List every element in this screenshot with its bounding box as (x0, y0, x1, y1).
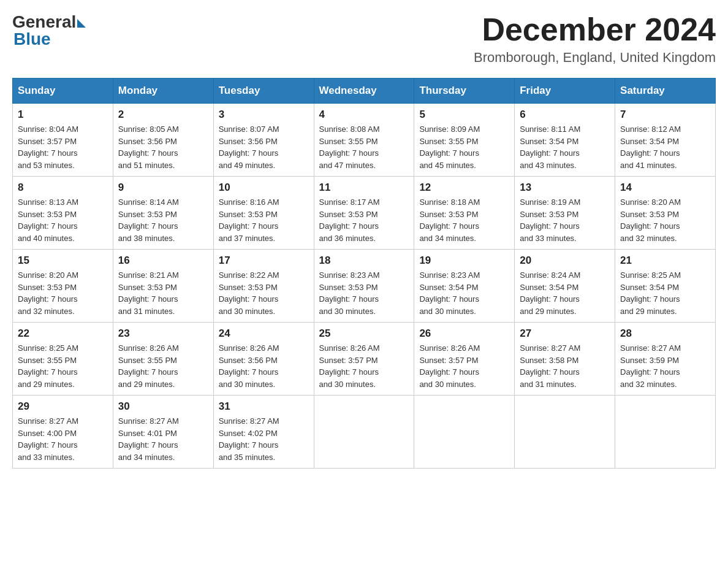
day-number: 11 (319, 182, 409, 194)
day-number: 18 (319, 255, 409, 267)
day-cell: 27Sunrise: 8:27 AMSunset: 3:58 PMDayligh… (515, 323, 615, 396)
day-number: 20 (520, 255, 610, 267)
day-info: Sunrise: 8:26 AMSunset: 3:56 PMDaylight:… (219, 342, 309, 390)
day-info: Sunrise: 8:20 AMSunset: 3:53 PMDaylight:… (620, 196, 710, 244)
day-info: Sunrise: 8:17 AMSunset: 3:53 PMDaylight:… (319, 196, 409, 244)
day-cell: 6Sunrise: 8:11 AMSunset: 3:54 PMDaylight… (515, 104, 615, 177)
day-number: 19 (419, 255, 509, 267)
day-info: Sunrise: 8:19 AMSunset: 3:53 PMDaylight:… (520, 196, 610, 244)
logo: General Blue (12, 12, 86, 49)
calendar-table: SundayMondayTuesdayWednesdayThursdayFrid… (12, 78, 716, 469)
day-info: Sunrise: 8:16 AMSunset: 3:53 PMDaylight:… (219, 196, 309, 244)
day-number: 10 (219, 182, 309, 194)
day-cell: 11Sunrise: 8:17 AMSunset: 3:53 PMDayligh… (314, 177, 414, 250)
day-cell: 22Sunrise: 8:25 AMSunset: 3:55 PMDayligh… (13, 323, 113, 396)
header-cell-wednesday: Wednesday (314, 79, 414, 104)
day-info: Sunrise: 8:23 AMSunset: 3:54 PMDaylight:… (419, 269, 509, 317)
day-number: 26 (419, 327, 509, 340)
day-cell: 29Sunrise: 8:27 AMSunset: 4:00 PMDayligh… (13, 396, 113, 469)
day-number: 15 (18, 255, 108, 267)
day-cell: 5Sunrise: 8:09 AMSunset: 3:55 PMDaylight… (414, 104, 515, 177)
header-row: SundayMondayTuesdayWednesdayThursdayFrid… (13, 79, 716, 104)
day-cell: 28Sunrise: 8:27 AMSunset: 3:59 PMDayligh… (615, 323, 716, 396)
day-cell (515, 396, 615, 469)
calendar-body: 1Sunrise: 8:04 AMSunset: 3:57 PMDaylight… (13, 104, 716, 469)
day-number: 24 (219, 327, 309, 340)
day-info: Sunrise: 8:12 AMSunset: 3:54 PMDaylight:… (620, 123, 710, 171)
day-info: Sunrise: 8:08 AMSunset: 3:55 PMDaylight:… (319, 123, 409, 171)
day-cell: 10Sunrise: 8:16 AMSunset: 3:53 PMDayligh… (213, 177, 314, 250)
day-cell: 16Sunrise: 8:21 AMSunset: 3:53 PMDayligh… (113, 250, 213, 323)
page-header: General Blue December 2024 Bromborough, … (12, 12, 716, 66)
day-number: 28 (620, 327, 710, 340)
logo-blue: Blue (12, 29, 51, 49)
header-cell-tuesday: Tuesday (213, 79, 314, 104)
calendar-header: SundayMondayTuesdayWednesdayThursdayFrid… (13, 79, 716, 104)
day-cell: 4Sunrise: 8:08 AMSunset: 3:55 PMDaylight… (314, 104, 414, 177)
day-number: 17 (219, 255, 309, 267)
day-cell: 19Sunrise: 8:23 AMSunset: 3:54 PMDayligh… (414, 250, 515, 323)
day-number: 8 (18, 182, 108, 194)
day-number: 23 (118, 327, 208, 340)
day-number: 16 (118, 255, 208, 267)
week-row-1: 1Sunrise: 8:04 AMSunset: 3:57 PMDaylight… (13, 104, 716, 177)
day-info: Sunrise: 8:23 AMSunset: 3:53 PMDaylight:… (319, 269, 409, 317)
day-cell: 8Sunrise: 8:13 AMSunset: 3:53 PMDaylight… (13, 177, 113, 250)
header-cell-thursday: Thursday (414, 79, 515, 104)
day-cell (615, 396, 716, 469)
week-row-4: 22Sunrise: 8:25 AMSunset: 3:55 PMDayligh… (13, 323, 716, 396)
day-info: Sunrise: 8:14 AMSunset: 3:53 PMDaylight:… (118, 196, 208, 244)
day-number: 14 (620, 182, 710, 194)
day-info: Sunrise: 8:09 AMSunset: 3:55 PMDaylight:… (419, 123, 509, 171)
day-info: Sunrise: 8:13 AMSunset: 3:53 PMDaylight:… (18, 196, 108, 244)
day-cell: 21Sunrise: 8:25 AMSunset: 3:54 PMDayligh… (615, 250, 716, 323)
day-cell: 18Sunrise: 8:23 AMSunset: 3:53 PMDayligh… (314, 250, 414, 323)
day-number: 6 (520, 109, 610, 121)
day-cell: 23Sunrise: 8:26 AMSunset: 3:55 PMDayligh… (113, 323, 213, 396)
day-info: Sunrise: 8:27 AMSunset: 4:02 PMDaylight:… (219, 415, 309, 463)
day-cell: 12Sunrise: 8:18 AMSunset: 3:53 PMDayligh… (414, 177, 515, 250)
location-title: Bromborough, England, United Kingdom (474, 50, 716, 66)
day-cell: 30Sunrise: 8:27 AMSunset: 4:01 PMDayligh… (113, 396, 213, 469)
day-info: Sunrise: 8:05 AMSunset: 3:56 PMDaylight:… (118, 123, 208, 171)
day-number: 31 (219, 400, 309, 413)
day-info: Sunrise: 8:25 AMSunset: 3:55 PMDaylight:… (18, 342, 108, 390)
day-number: 30 (118, 400, 208, 413)
day-cell: 26Sunrise: 8:26 AMSunset: 3:57 PMDayligh… (414, 323, 515, 396)
day-info: Sunrise: 8:11 AMSunset: 3:54 PMDaylight:… (520, 123, 610, 171)
day-info: Sunrise: 8:26 AMSunset: 3:57 PMDaylight:… (319, 342, 409, 390)
day-number: 4 (319, 109, 409, 121)
week-row-2: 8Sunrise: 8:13 AMSunset: 3:53 PMDaylight… (13, 177, 716, 250)
day-info: Sunrise: 8:27 AMSunset: 4:00 PMDaylight:… (18, 415, 108, 463)
day-info: Sunrise: 8:26 AMSunset: 3:57 PMDaylight:… (419, 342, 509, 390)
day-number: 5 (419, 109, 509, 121)
header-cell-saturday: Saturday (615, 79, 716, 104)
day-info: Sunrise: 8:22 AMSunset: 3:53 PMDaylight:… (219, 269, 309, 317)
day-number: 21 (620, 255, 710, 267)
day-cell: 9Sunrise: 8:14 AMSunset: 3:53 PMDaylight… (113, 177, 213, 250)
day-number: 29 (18, 400, 108, 413)
header-cell-sunday: Sunday (13, 79, 113, 104)
day-cell: 3Sunrise: 8:07 AMSunset: 3:56 PMDaylight… (213, 104, 314, 177)
day-number: 7 (620, 109, 710, 121)
day-info: Sunrise: 8:21 AMSunset: 3:53 PMDaylight:… (118, 269, 208, 317)
header-cell-friday: Friday (515, 79, 615, 104)
day-info: Sunrise: 8:26 AMSunset: 3:55 PMDaylight:… (118, 342, 208, 390)
day-info: Sunrise: 8:20 AMSunset: 3:53 PMDaylight:… (18, 269, 108, 317)
day-number: 9 (118, 182, 208, 194)
day-number: 27 (520, 327, 610, 340)
day-number: 1 (18, 109, 108, 121)
day-cell: 1Sunrise: 8:04 AMSunset: 3:57 PMDaylight… (13, 104, 113, 177)
day-cell: 24Sunrise: 8:26 AMSunset: 3:56 PMDayligh… (213, 323, 314, 396)
day-cell: 7Sunrise: 8:12 AMSunset: 3:54 PMDaylight… (615, 104, 716, 177)
day-info: Sunrise: 8:18 AMSunset: 3:53 PMDaylight:… (419, 196, 509, 244)
day-cell: 25Sunrise: 8:26 AMSunset: 3:57 PMDayligh… (314, 323, 414, 396)
day-cell: 15Sunrise: 8:20 AMSunset: 3:53 PMDayligh… (13, 250, 113, 323)
header-cell-monday: Monday (113, 79, 213, 104)
day-cell: 31Sunrise: 8:27 AMSunset: 4:02 PMDayligh… (213, 396, 314, 469)
day-number: 3 (219, 109, 309, 121)
day-cell (314, 396, 414, 469)
day-cell: 13Sunrise: 8:19 AMSunset: 3:53 PMDayligh… (515, 177, 615, 250)
day-cell: 17Sunrise: 8:22 AMSunset: 3:53 PMDayligh… (213, 250, 314, 323)
week-row-5: 29Sunrise: 8:27 AMSunset: 4:00 PMDayligh… (13, 396, 716, 469)
